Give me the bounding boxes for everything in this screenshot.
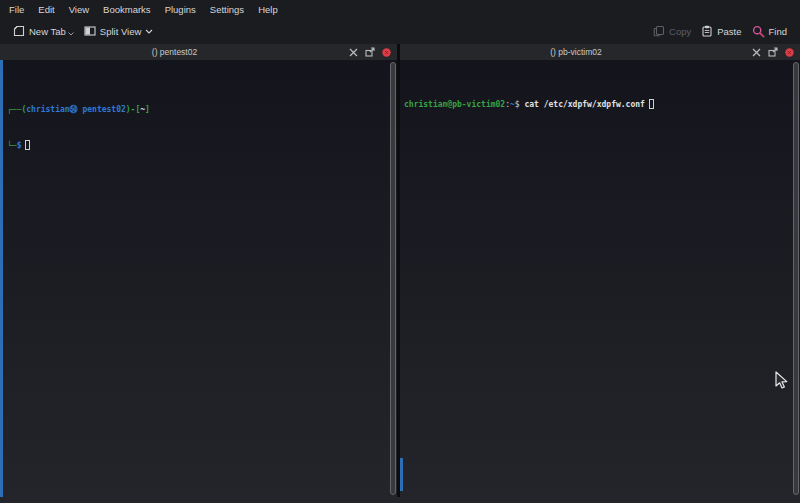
scroll-highlight-bar	[0, 60, 3, 497]
menu-bookmarks[interactable]: Bookmarks	[96, 2, 158, 17]
prompt-user-host: christian@pb-victim02	[404, 100, 505, 109]
new-tab-button[interactable]: New Tab	[8, 22, 79, 40]
split-view-button[interactable]: Split View	[79, 22, 159, 40]
magnifier-icon	[752, 25, 765, 38]
copy-button[interactable]: Copy	[648, 22, 696, 40]
new-tab-label: New Tab	[29, 26, 66, 37]
pane-header-pb-victim02: () pb-victim02	[400, 44, 800, 60]
copy-label: Copy	[669, 26, 691, 37]
prompt-user-host: christian㊿ pentest02	[26, 105, 126, 114]
split-view-label: Split View	[100, 26, 142, 37]
pane-pentest02: () pentest02	[0, 44, 397, 497]
detach-icon[interactable]	[768, 47, 778, 57]
pane-header-pentest02: () pentest02	[0, 44, 397, 60]
menu-view[interactable]: View	[62, 2, 96, 17]
pane-title: () pb-victim02	[400, 47, 752, 57]
konsole-window: File Edit View Bookmarks Plugins Setting…	[0, 0, 800, 503]
terminal-line: └─$	[7, 140, 387, 152]
terminal-pentest02[interactable]: ┌──(christian㊿ pentest02)-[~] └─$	[0, 60, 397, 497]
prompt-frame: )-[	[126, 105, 140, 114]
new-tab-icon	[13, 25, 25, 37]
prompt-symbol: $	[515, 100, 525, 109]
terminal-line: christian@pb-victim02:~$ cat /etc/xdpfw/…	[404, 99, 790, 111]
menu-settings[interactable]: Settings	[203, 2, 251, 17]
scrollbar[interactable]	[793, 62, 799, 495]
copy-icon	[653, 25, 665, 37]
prompt-frame: ]	[145, 105, 150, 114]
menu-plugins[interactable]: Plugins	[158, 2, 203, 17]
close-icon[interactable]	[382, 48, 391, 57]
find-button[interactable]: Find	[747, 22, 792, 41]
clipboard-icon	[701, 25, 713, 37]
paste-button[interactable]: Paste	[696, 22, 746, 40]
menu-help[interactable]: Help	[251, 2, 285, 17]
terminal-pb-victim02[interactable]: christian@pb-victim02:~$ cat /etc/xdpfw/…	[400, 60, 800, 497]
pane-pb-victim02: () pb-victim02	[400, 44, 800, 497]
scrollbar[interactable]	[390, 62, 396, 495]
prompt-frame: ┌──(	[7, 105, 26, 114]
prompt-frame: └─	[7, 141, 17, 150]
find-label: Find	[769, 26, 787, 37]
menu-bar: File Edit View Bookmarks Plugins Setting…	[0, 0, 800, 18]
pane-header-actions	[752, 47, 800, 57]
detach-icon[interactable]	[365, 47, 375, 57]
window-bottom-edge	[0, 497, 800, 503]
expand-split-icon[interactable]	[752, 48, 761, 57]
menu-file[interactable]: File	[2, 2, 31, 17]
terminal-cursor	[25, 140, 30, 150]
scroll-highlight-bar	[400, 458, 403, 491]
split-container: () pentest02	[0, 44, 800, 497]
terminal-line: ┌──(christian㊿ pentest02)-[~]	[7, 104, 387, 116]
pane-title: () pentest02	[0, 47, 349, 57]
new-tab-dropdown-icon	[68, 32, 74, 36]
terminal-cursor	[649, 99, 654, 109]
pane-header-actions	[349, 47, 397, 57]
prompt-symbol: $	[17, 141, 22, 150]
menu-edit[interactable]: Edit	[31, 2, 61, 17]
expand-split-icon[interactable]	[349, 48, 358, 57]
split-view-chevron-icon	[145, 29, 153, 34]
toolbar: New Tab Split View	[0, 18, 800, 44]
close-icon[interactable]	[785, 48, 794, 57]
typed-command: cat /etc/xdpfw/xdpfw.conf	[524, 100, 644, 109]
paste-label: Paste	[717, 26, 741, 37]
split-view-icon	[84, 25, 96, 37]
